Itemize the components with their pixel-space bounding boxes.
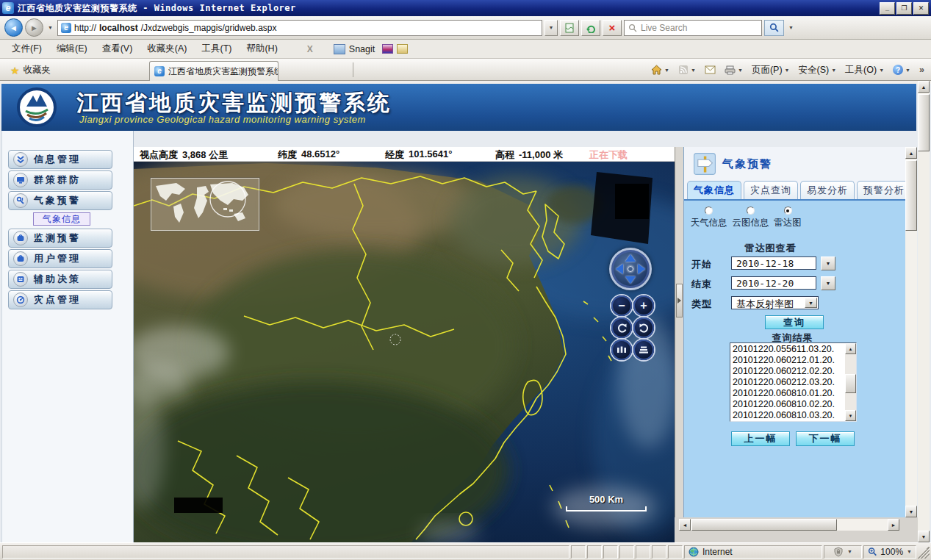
splitter-collapse-handle[interactable] xyxy=(676,284,683,317)
sidebar-item-decision-support[interactable]: 辅助决策 xyxy=(8,270,112,289)
feeds-button[interactable]: ▼ xyxy=(675,63,700,76)
scroll-up-icon[interactable]: ▲ xyxy=(845,343,856,354)
radio-circle-icon[interactable] xyxy=(784,207,792,215)
scroll-left-icon[interactable]: ◄ xyxy=(679,519,691,531)
type-select[interactable]: 基本反射率图 ▼ xyxy=(731,296,819,309)
scroll-up-icon[interactable]: ▲ xyxy=(905,147,917,159)
page-vertical-scrollbar[interactable]: ▲ ▼ xyxy=(918,81,930,542)
tilt-down-button[interactable] xyxy=(633,340,654,360)
sidebar-item-info-mgmt[interactable]: 信息管理 xyxy=(8,150,112,169)
zoom-in-button[interactable]: + xyxy=(633,295,654,316)
result-item[interactable]: 20101220.060810.02.20. xyxy=(730,399,845,410)
sidebar-item-mass-prevention[interactable]: 群策群防 xyxy=(8,170,112,190)
result-item[interactable]: 20101220.060810.01.20. xyxy=(730,388,845,399)
previous-image-button[interactable]: 上一幅 xyxy=(731,431,790,446)
listbox-scrollbar[interactable]: ▲ ▼ xyxy=(845,343,856,421)
type-dropdown-arrow[interactable]: ▼ xyxy=(805,298,817,308)
end-date-select[interactable]: 2010-12-20 xyxy=(731,276,816,290)
stop-button[interactable]: × xyxy=(603,20,622,36)
history-dropdown-icon[interactable]: ▼ xyxy=(46,21,55,35)
scrollbar-thumb[interactable] xyxy=(918,94,930,151)
radio-weather-info[interactable]: 天气信息 xyxy=(688,207,730,229)
panel-horizontal-scrollbar[interactable]: ◄ ► xyxy=(679,519,899,531)
start-date-dropdown-button[interactable]: ▼ xyxy=(821,256,835,270)
pan-compass-control[interactable] xyxy=(609,248,652,290)
maximize-button[interactable]: ❐ xyxy=(896,2,912,15)
zoom-level-cell[interactable]: 100% ▼ xyxy=(863,545,916,559)
rotate-left-button[interactable] xyxy=(611,317,632,338)
home-button[interactable]: ▼ xyxy=(647,63,673,76)
minimize-button[interactable]: _ xyxy=(880,2,895,15)
tools-menu-button[interactable]: 工具(O)▼ xyxy=(841,62,888,78)
safety-menu-button[interactable]: 安全(S)▼ xyxy=(795,62,841,78)
compatibility-view-button[interactable] xyxy=(560,20,579,36)
tab-susceptibility-analysis[interactable]: 易发分析 xyxy=(800,181,855,199)
search-options-dropdown[interactable]: ▼ xyxy=(786,21,796,35)
start-date-select[interactable]: 2010-12-18 xyxy=(731,256,816,270)
tab-warning-analysis[interactable]: 预警分析 xyxy=(857,181,905,199)
menu-view[interactable]: 查看(V) xyxy=(95,40,140,57)
pan-down-icon[interactable] xyxy=(625,276,636,284)
zoom-out-button[interactable]: − xyxy=(611,295,632,316)
result-item[interactable]: 20101220.060212.01.20. xyxy=(730,355,845,366)
scrollbar-thumb[interactable] xyxy=(905,160,917,231)
pan-left-icon[interactable] xyxy=(616,264,623,274)
scrollbar-thumb[interactable] xyxy=(845,374,856,393)
result-item[interactable]: 20101220.060212.03.20. xyxy=(730,377,845,388)
next-image-button[interactable]: 下一幅 xyxy=(796,431,855,446)
result-item[interactable]: 20101220.060212.02.20. xyxy=(730,366,845,377)
tilt-up-button[interactable] xyxy=(611,340,632,360)
help-button[interactable]: ? ▼ xyxy=(889,63,914,76)
rotate-right-button[interactable] xyxy=(633,317,654,338)
panel-vertical-scrollbar[interactable]: ▲ ▼ xyxy=(905,147,917,517)
menu-edit[interactable]: 编辑(E) xyxy=(49,40,95,57)
resize-grip[interactable] xyxy=(918,545,930,559)
radio-radar-image[interactable]: 雷达图 xyxy=(772,207,804,229)
browser-tab[interactable]: e 江西省地质灾害监测预警系统 xyxy=(149,61,278,81)
menu-favorites[interactable]: 收藏夹(A) xyxy=(140,40,194,57)
sidebar-item-monitor-warning[interactable]: 监测预警 xyxy=(8,229,112,248)
radio-circle-icon[interactable] xyxy=(747,207,755,215)
snagit-toolbar[interactable]: Snagit xyxy=(334,44,375,54)
menu-help[interactable]: 帮助(H) xyxy=(239,40,284,57)
scroll-down-icon[interactable]: ▼ xyxy=(845,410,856,421)
addon-close-button[interactable]: X xyxy=(307,44,313,54)
forward-button[interactable]: ► xyxy=(25,18,43,37)
scroll-down-icon[interactable]: ▼ xyxy=(918,531,930,542)
favorites-button[interactable]: ★ 收藏夹 xyxy=(4,62,57,79)
search-input[interactable]: Live Search xyxy=(624,20,762,36)
address-dropdown-button[interactable]: ▼ xyxy=(544,20,558,36)
sidebar-item-user-mgmt[interactable]: 用户管理 xyxy=(8,249,112,268)
results-listbox[interactable]: 20101220.055611.03.20. 20101220.060212.0… xyxy=(730,342,857,422)
sidebar-item-weather-warning[interactable]: 气象预警 xyxy=(8,191,112,210)
pan-right-icon[interactable] xyxy=(638,264,645,274)
tab-hazard-query[interactable]: 灾点查询 xyxy=(744,181,798,199)
radio-circle-icon[interactable] xyxy=(705,207,713,215)
query-button[interactable]: 查询 xyxy=(765,315,824,329)
address-input[interactable]: e http://localhost/Jxdzwebgis_mapgis/gri… xyxy=(57,20,542,36)
protected-mode-cell[interactable]: ▼ xyxy=(824,545,862,559)
pan-up-icon[interactable] xyxy=(625,254,636,262)
tab-weather-info[interactable]: 气象信息 xyxy=(687,181,741,199)
scroll-up-icon[interactable]: ▲ xyxy=(918,81,930,93)
back-button[interactable]: ◄ xyxy=(4,18,23,37)
print-button[interactable]: ▼ xyxy=(721,64,747,76)
page-menu-button[interactable]: 页面(P)▼ xyxy=(748,62,794,78)
snagit-profile-icon[interactable] xyxy=(382,44,393,54)
sidebar-item-hazard-mgmt[interactable]: 灾点管理 xyxy=(8,290,112,309)
menu-file[interactable]: 文件(F) xyxy=(4,40,49,57)
scroll-down-icon[interactable]: ▼ xyxy=(905,506,917,517)
scroll-right-icon[interactable]: ► xyxy=(888,519,899,531)
menu-tools[interactable]: 工具(T) xyxy=(194,40,239,57)
search-go-button[interactable] xyxy=(764,20,784,36)
sidebar-subitem-weather-info[interactable]: 气象信息 xyxy=(33,212,90,226)
result-item[interactable]: 20101220.055611.03.20. xyxy=(730,344,845,355)
scrollbar-thumb[interactable] xyxy=(691,519,837,531)
snagit-capture-icon[interactable] xyxy=(397,44,408,54)
radio-cloud-image[interactable]: 云图信息 xyxy=(730,207,772,229)
close-button[interactable]: ✕ xyxy=(913,2,929,15)
end-date-dropdown-button[interactable]: ▼ xyxy=(821,276,835,290)
overview-map[interactable] xyxy=(151,178,259,231)
result-item[interactable]: 20101220.060810.03.20. xyxy=(730,410,845,421)
overflow-chevron[interactable]: » xyxy=(916,63,928,76)
